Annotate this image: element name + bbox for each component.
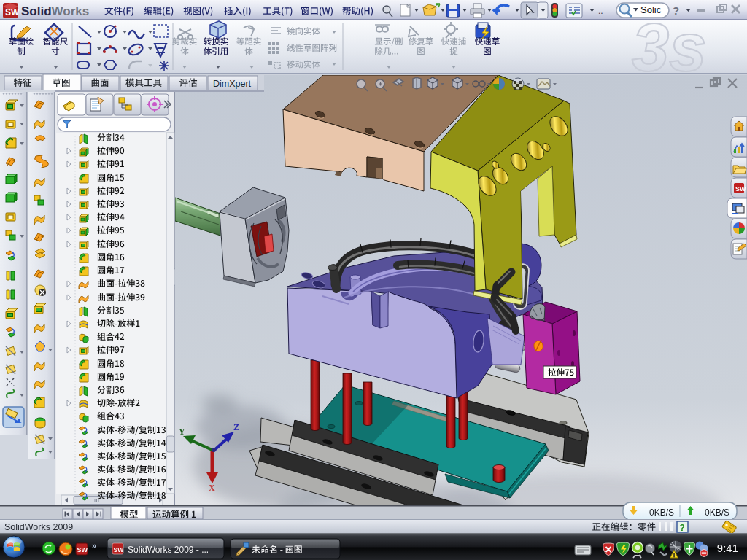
svg-text:X: X: [209, 483, 215, 493]
svg-text:»: »: [92, 541, 96, 550]
svg-text:..: ..: [598, 6, 603, 16]
svg-text:?: ?: [680, 523, 685, 533]
svg-text:SW: SW: [77, 546, 88, 553]
svg-text:SolidWorks 2009 - ...: SolidWorks 2009 - ...: [128, 545, 209, 555]
svg-text:SW: SW: [5, 7, 20, 18]
svg-text:SW: SW: [114, 546, 125, 553]
svg-text:SolidWorks: SolidWorks: [21, 4, 89, 18]
svg-text:3s: 3s: [632, 10, 706, 85]
svg-text:0KB/S: 0KB/S: [705, 508, 729, 518]
svg-text:SolidWorks 2009: SolidWorks 2009: [4, 522, 73, 532]
svg-text:9:41: 9:41: [717, 542, 738, 554]
svg-text:Y: Y: [179, 427, 185, 437]
svg-text:SW: SW: [735, 185, 746, 192]
svg-text:Z: Z: [233, 422, 239, 432]
svg-text:DimXpert: DimXpert: [213, 79, 252, 89]
svg-text:0KB/S: 0KB/S: [649, 508, 674, 518]
